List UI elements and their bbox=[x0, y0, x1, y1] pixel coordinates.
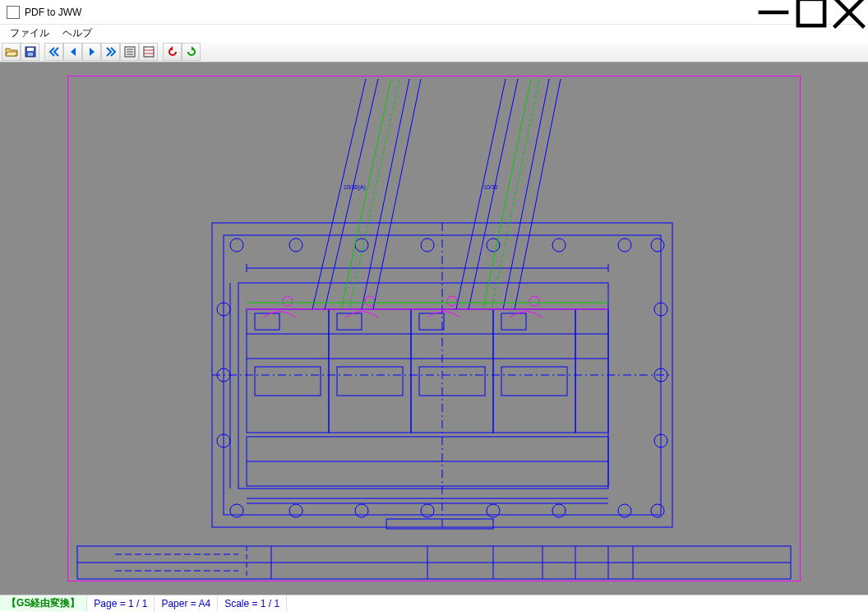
svg-point-36 bbox=[552, 239, 566, 252]
first-page-button[interactable] bbox=[44, 43, 63, 61]
svg-point-41 bbox=[355, 504, 368, 517]
status-paper: Paper = A4 bbox=[155, 595, 218, 611]
svg-rect-53 bbox=[247, 309, 329, 433]
svg-rect-54 bbox=[329, 309, 411, 433]
svg-point-33 bbox=[355, 239, 368, 252]
svg-line-92 bbox=[483, 79, 531, 309]
svg-rect-55 bbox=[411, 309, 493, 433]
svg-rect-67 bbox=[501, 367, 567, 396]
status-page: Page = 1 / 1 bbox=[87, 595, 155, 611]
svg-point-40 bbox=[289, 504, 302, 517]
toolbar bbox=[0, 41, 868, 63]
drawing-label-1: 10/30(A) bbox=[344, 184, 366, 191]
svg-rect-1 bbox=[798, 0, 824, 25]
svg-line-90 bbox=[503, 79, 549, 309]
menubar: ファイル ヘルプ bbox=[0, 25, 868, 41]
svg-point-46 bbox=[651, 504, 664, 517]
rotate-ccw-button[interactable] bbox=[163, 43, 182, 61]
svg-line-93 bbox=[492, 79, 539, 309]
svg-point-38 bbox=[651, 239, 664, 252]
last-page-button[interactable] bbox=[101, 43, 120, 61]
svg-rect-57 bbox=[575, 309, 608, 433]
svg-point-32 bbox=[289, 239, 302, 252]
minimize-button[interactable] bbox=[755, 0, 792, 25]
close-button[interactable] bbox=[830, 0, 868, 25]
svg-line-83 bbox=[325, 79, 378, 309]
svg-point-78 bbox=[365, 296, 375, 306]
maximize-button[interactable] bbox=[792, 0, 830, 25]
drawing-label-2: 10/30 bbox=[483, 184, 498, 190]
statusbar: 【GS経由変換】 Page = 1 / 1 Paper = A4 Scale =… bbox=[0, 595, 868, 611]
open-button[interactable] bbox=[2, 43, 21, 61]
svg-point-37 bbox=[618, 239, 631, 252]
svg-rect-5 bbox=[27, 48, 34, 51]
svg-point-39 bbox=[230, 504, 243, 517]
svg-line-89 bbox=[469, 79, 518, 309]
prev-page-button[interactable] bbox=[63, 43, 82, 61]
drawing-canvas[interactable]: 10/30(A) 10/30 bbox=[0, 63, 868, 595]
svg-point-34 bbox=[421, 239, 434, 252]
rotate-cw-button[interactable] bbox=[182, 43, 201, 61]
svg-rect-62 bbox=[419, 313, 444, 330]
svg-point-79 bbox=[447, 296, 457, 306]
svg-line-86 bbox=[341, 79, 391, 309]
status-mode: 【GS経由変換】 bbox=[0, 595, 87, 611]
svg-rect-66 bbox=[419, 367, 485, 396]
svg-rect-56 bbox=[493, 309, 575, 433]
svg-line-84 bbox=[362, 79, 409, 309]
svg-rect-65 bbox=[337, 367, 403, 396]
svg-point-31 bbox=[230, 239, 243, 252]
svg-rect-64 bbox=[255, 367, 321, 396]
svg-line-82 bbox=[312, 79, 366, 309]
cad-drawing: 10/30(A) 10/30 bbox=[0, 63, 868, 595]
titlebar: PDF to JWW bbox=[0, 0, 868, 25]
save-button[interactable] bbox=[21, 43, 39, 61]
status-scale: Scale = 1 / 1 bbox=[218, 595, 287, 611]
svg-point-44 bbox=[552, 504, 566, 517]
settings-button[interactable] bbox=[139, 43, 158, 61]
svg-rect-61 bbox=[337, 313, 362, 330]
menu-file[interactable]: ファイル bbox=[3, 25, 56, 42]
svg-point-43 bbox=[487, 504, 500, 517]
svg-rect-6 bbox=[28, 53, 33, 56]
svg-point-42 bbox=[421, 504, 434, 517]
svg-rect-11 bbox=[144, 47, 154, 57]
svg-point-77 bbox=[283, 296, 293, 306]
svg-line-87 bbox=[349, 79, 399, 309]
app-icon bbox=[7, 6, 20, 19]
svg-line-88 bbox=[456, 79, 506, 309]
window-title: PDF to JWW bbox=[25, 7, 755, 18]
next-page-button[interactable] bbox=[82, 43, 101, 61]
svg-line-85 bbox=[373, 79, 421, 309]
menu-help[interactable]: ヘルプ bbox=[56, 25, 99, 42]
svg-point-45 bbox=[618, 504, 631, 517]
list-button[interactable] bbox=[120, 43, 139, 61]
svg-line-91 bbox=[515, 79, 561, 309]
svg-rect-60 bbox=[255, 313, 279, 330]
svg-point-80 bbox=[529, 296, 539, 306]
svg-rect-63 bbox=[501, 313, 526, 330]
